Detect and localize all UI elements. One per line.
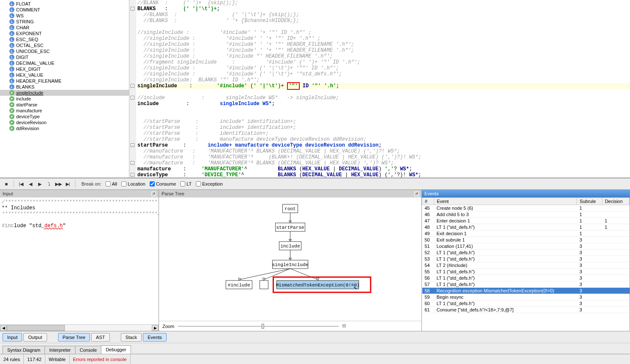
input-hscroll[interactable]: ◀▶	[0, 324, 159, 331]
code-line[interactable]: - //manufacture : 'MANUFACTURER'^ BLANKS…	[137, 160, 630, 166]
code-line[interactable]: //singleInclude : '#include' ' '+ '"' HE…	[137, 42, 630, 47]
code-line[interactable]: //singleInclude: BLANKS '"' ID '.h"';	[137, 77, 630, 83]
grammar-editor[interactable]: //BLANK : (' ')+ {skip();};-BLANKS : (' …	[129, 0, 630, 178]
tree-item-WS[interactable]: LWS	[0, 13, 129, 19]
tab-syntax-diagram[interactable]: Syntax Diagram	[3, 346, 45, 354]
goto-start-button[interactable]: |◀	[17, 180, 25, 188]
table-row[interactable]: 54LT 2 (#include)3	[422, 262, 630, 269]
code-line[interactable]: -singleInclude : '#include' (' '|'\t')+ …	[137, 83, 630, 89]
code-line[interactable]: //BLANK : (' ')+ {skip();};	[137, 0, 630, 6]
tree-item-ESC_SEQ[interactable]: LESC_SEQ	[0, 36, 129, 42]
tab-input[interactable]: Input	[3, 333, 22, 342]
tree-item-BLANKS[interactable]: LBLANKS	[0, 84, 129, 90]
break-location-checkbox[interactable]: Location	[121, 181, 145, 186]
tree-item-DECIMAL_VALUE[interactable]: LDECIMAL_VALUE	[0, 60, 129, 66]
table-row[interactable]: 56LT 1 ("std_defs.h")3	[422, 275, 630, 281]
table-row[interactable]: 47Enter decision 111	[422, 218, 630, 224]
table-row[interactable]: 50Exit subrule 13	[422, 237, 630, 243]
code-line[interactable]	[137, 107, 630, 113]
code-line[interactable]: //singleInclude : '#include' ' '+ '"' ID…	[137, 30, 630, 36]
tree-item-HEX_VALUE[interactable]: LHEX_VALUE	[0, 72, 129, 78]
tab-interpreter[interactable]: Interpreter	[45, 346, 75, 354]
stop-button[interactable]: ■	[3, 180, 10, 188]
break-consume-checkbox[interactable]: Consume	[150, 181, 176, 186]
tree-item-FLOAT[interactable]: LFLOAT	[0, 1, 129, 7]
tree-item-HEADER_FILENAME[interactable]: LHEADER_FILENAME	[0, 78, 129, 84]
tab-output[interactable]: Output	[23, 333, 47, 342]
col-decision[interactable]: Decision	[602, 198, 629, 205]
table-row[interactable]: 49Exit decision 11	[422, 231, 630, 237]
code-line[interactable]: //singleInclude : '#include "' HEADER_FI…	[137, 53, 630, 59]
tree-item-HEX_DIGIT[interactable]: LHEX_DIGIT	[0, 66, 129, 72]
code-line[interactable]: //manufacture : 'MANUFACTURER'^ BLANKS (…	[137, 148, 630, 154]
fold-icon[interactable]: -	[131, 96, 134, 100]
fast-forward-button[interactable]: ▶▶	[55, 180, 62, 188]
fold-icon[interactable]: -	[131, 84, 134, 88]
code-line[interactable]: manufacture : 'MANUFACTURER'^ BLANKS (HE…	[137, 166, 630, 172]
tree-item-COMMENT[interactable]: LCOMMENT	[0, 7, 129, 13]
code-line[interactable]: -deviceType : 'DEVICE_TYPE'^ BLANKS (DEC…	[137, 172, 630, 178]
break-all-checkbox[interactable]: All	[106, 181, 117, 186]
step-back-button[interactable]: ◀	[27, 180, 34, 188]
code-line[interactable]: //BLANKS : (' '|'\t')+ {skip();};	[137, 12, 630, 18]
code-line[interactable]: //startParse : manufacture deviceType de…	[137, 136, 630, 142]
code-line[interactable]: //singleInclude : '#include' (' '|'\t')+…	[137, 65, 630, 71]
code-line[interactable]: //fragment singleInclude : '#include' ('…	[137, 59, 630, 65]
tree-item-STRING[interactable]: LSTRING	[0, 19, 129, 25]
break-lt-checkbox[interactable]: LT	[180, 181, 192, 186]
table-row[interactable]: 59Begin resync3	[422, 294, 630, 300]
tree-item-EXPONENT[interactable]: LEXPONENT	[0, 31, 129, 36]
step-over-button[interactable]: ⤵	[45, 180, 53, 188]
code-line[interactable]: //singleInclude : '#include' ' '+ '"' ID…	[137, 36, 630, 42]
tree-item-startParse[interactable]: PstartParse	[0, 102, 129, 108]
tab-parse-tree[interactable]: Parse Tree	[58, 333, 90, 342]
tab-stack[interactable]: Stack	[121, 333, 142, 342]
tree-item-manufacture[interactable]: Pmanufacture	[0, 108, 129, 114]
code-line[interactable]: //manufacture : 'MANUFACTURER'^ (BLANK+!…	[137, 154, 630, 160]
code-line[interactable]	[137, 24, 630, 30]
table-row[interactable]: 58Recognition exception MismatchedTokenE…	[422, 288, 630, 294]
tree-item-deviceType[interactable]: PdeviceType	[0, 114, 129, 119]
table-row[interactable]: 48LT 1 ("std_defs.h")11	[422, 224, 630, 231]
col-subrule[interactable]: Subrule	[577, 198, 602, 205]
table-row[interactable]: 45Create node 5 (6)1	[422, 205, 630, 211]
tree-layout-icon[interactable]: ⊟	[342, 323, 349, 330]
col-event[interactable]: Event	[434, 198, 577, 205]
code-line[interactable]: -startParse : include+ manufacture devic…	[137, 142, 630, 148]
step-forward-button[interactable]: ▶	[36, 180, 44, 188]
code-line[interactable]: //startParse : identification+;	[137, 131, 630, 136]
detach-icon[interactable]: ↗	[151, 192, 156, 196]
fold-icon[interactable]: -	[131, 7, 134, 11]
goto-end-button[interactable]: ▶|	[64, 180, 72, 188]
code-line[interactable]: //BLANKS : ' '+ {$channel=HIDDEN;};	[137, 18, 630, 24]
detach-icon[interactable]: ↗	[414, 192, 419, 196]
code-line[interactable]: //singleInclude : '#include' (' '|'\t')+…	[137, 71, 630, 77]
fold-icon[interactable]: -	[131, 173, 134, 177]
code-line[interactable]: //singleInclude : '#include' ' '+ '"' HE…	[137, 47, 630, 53]
tree-item-UNICODE_ESC[interactable]: LUNICODE_ESC	[0, 48, 129, 54]
tree-item-OCTAL_ESC[interactable]: LOCTAL_ESC	[0, 42, 129, 48]
table-row[interactable]: 55LT 1 ("std_defs.h")3	[422, 269, 630, 275]
tree-item-ddRevision[interactable]: PddRevision	[0, 125, 129, 131]
code-line[interactable]: include : singleInclude WS*;	[137, 101, 630, 107]
events-table[interactable]: # Event Subrule Decision 45Create node 5…	[422, 197, 630, 313]
zoom-slider[interactable]	[178, 323, 339, 330]
parse-tree-diagram[interactable]: root startParse include singleInclude #i…	[159, 197, 421, 308]
tree-item-singleInclude[interactable]: PsingleInclude	[0, 90, 129, 96]
break-exception-checkbox[interactable]: Exception	[196, 181, 223, 186]
tab-events[interactable]: Events	[143, 333, 167, 342]
table-row[interactable]: 57LT 1 ("std_defs.h")3	[422, 281, 630, 288]
table-row[interactable]: 60LT 1 ("std_defs.h")3	[422, 300, 630, 307]
code-line[interactable]: //startParse : include+ identification+;	[137, 125, 630, 131]
col-num[interactable]: #	[422, 198, 434, 205]
tab-console[interactable]: Console	[75, 346, 101, 354]
table-row[interactable]: 51Location (117,41)3	[422, 243, 630, 250]
table-row[interactable]: 46Add child 5 to 31	[422, 211, 630, 218]
code-line[interactable]: -BLANKS : (' '|'\t')+;	[137, 6, 630, 12]
tab-ast[interactable]: AST	[91, 333, 109, 342]
tree-item-deviceRevison[interactable]: PdeviceRevison	[0, 119, 129, 125]
fold-icon[interactable]: -	[131, 161, 134, 165]
code-line[interactable]: -//include : singleInclude WS* -> single…	[137, 95, 630, 101]
tree-item-CHAR[interactable]: LCHAR	[0, 25, 129, 31]
table-row[interactable]: 53LT 1 ("std_defs.h")3	[422, 256, 630, 262]
